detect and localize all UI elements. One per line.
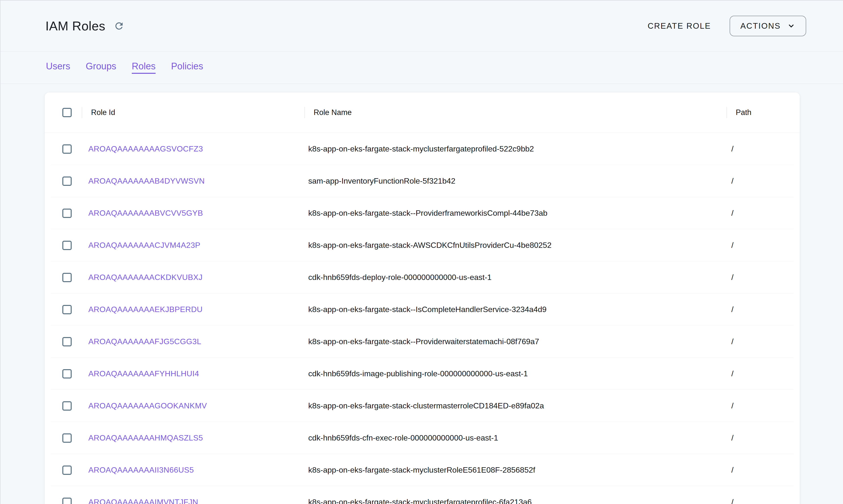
row-checkbox-cell: [45, 144, 82, 154]
role-path-text: /: [731, 498, 734, 504]
role-path-cell: /: [726, 177, 800, 185]
role-name-text: cdk-hnb659fds-cfn-exec-role-000000000000…: [308, 433, 498, 442]
row-checkbox-cell: [45, 177, 82, 186]
role-id-link[interactable]: AROAQAAAAAAACJVM4A23P: [88, 241, 201, 250]
table-row: AROAQAAAAAAAAGSVOCFZ3 k8s-app-on-eks-far…: [45, 133, 800, 165]
row-checkbox-cell: [45, 433, 82, 443]
role-path-cell: /: [726, 498, 800, 504]
column-header-path: Path: [726, 108, 800, 117]
tab-groups[interactable]: Groups: [86, 61, 116, 74]
role-path-cell: /: [726, 209, 800, 218]
row-checkbox[interactable]: [62, 498, 72, 504]
role-id-cell: AROAQAAAAAAAFJG5CGG3L: [82, 337, 304, 346]
role-name-cell: cdk-hnb659fds-cfn-exec-role-000000000000…: [304, 433, 726, 443]
row-checkbox[interactable]: [62, 369, 72, 378]
role-id-link[interactable]: AROAQAAAAAAAFJG5CGG3L: [88, 337, 201, 346]
role-name-text: k8s-app-on-eks-fargate-stack--Providerfr…: [308, 209, 548, 217]
role-path-text: /: [731, 466, 734, 474]
table-row: AROAQAAAAAAACJVM4A23P k8s-app-on-eks-far…: [45, 229, 800, 261]
role-name-cell: k8s-app-on-eks-fargate-stack--IsComplete…: [304, 305, 726, 314]
role-path-cell: /: [726, 273, 800, 282]
role-path-text: /: [731, 241, 734, 250]
role-id-cell: AROAQAAAAAAACJVM4A23P: [82, 241, 304, 250]
role-path-cell: /: [726, 144, 800, 154]
row-checkbox[interactable]: [62, 209, 72, 218]
role-path-text: /: [731, 433, 734, 442]
create-role-button[interactable]: CREATE ROLE: [645, 21, 713, 31]
role-name-cell: k8s-app-on-eks-fargate-stack-myclusterfa…: [304, 498, 726, 504]
row-checkbox[interactable]: [62, 241, 72, 250]
role-id-link[interactable]: AROAQAAAAAAAGOOKANKMV: [88, 401, 207, 410]
role-path-cell: /: [726, 401, 800, 410]
role-id-link[interactable]: AROAQAAAAAAACKDKVUBXJ: [88, 273, 203, 282]
role-path-text: /: [731, 177, 734, 185]
table-row: AROAQAAAAAAAB4DYVWSVN sam-app-InventoryF…: [45, 165, 800, 197]
table-row: AROAQAAAAAAAII3N66US5 k8s-app-on-eks-far…: [45, 454, 800, 486]
role-name-cell: cdk-hnb659fds-deploy-role-000000000000-u…: [304, 273, 726, 282]
row-checkbox-cell: [45, 466, 82, 475]
role-name-text: k8s-app-on-eks-fargate-stack-myclusterfa…: [308, 498, 532, 504]
row-checkbox[interactable]: [62, 177, 72, 186]
tab-roles[interactable]: Roles: [132, 61, 156, 74]
role-path-cell: /: [726, 466, 800, 474]
role-id-link[interactable]: AROAQAAAAAAAB4DYVWSVN: [88, 177, 205, 185]
role-path-text: /: [731, 337, 734, 346]
role-id-link[interactable]: AROAQAAAAAAAHMQASZLS5: [88, 433, 203, 442]
role-id-link[interactable]: AROAQAAAAAAAFYHHLHUI4: [88, 369, 199, 378]
table-row: AROAQAAAAAAAHMQASZLS5 cdk-hnb659fds-cfn-…: [45, 422, 800, 454]
row-checkbox-cell: [45, 241, 82, 250]
tab-users[interactable]: Users: [46, 61, 70, 74]
table-header-row: Role Id Role Name Path: [45, 92, 800, 133]
role-name-cell: k8s-app-on-eks-fargate-stack--Providerwa…: [304, 337, 726, 346]
role-id-cell: AROAQAAAAAAAII3N66US5: [82, 466, 304, 474]
role-name-cell: k8s-app-on-eks-fargate-stack--Providerfr…: [304, 209, 726, 218]
role-id-link[interactable]: AROAQAAAAAAAEKJBPERDU: [88, 305, 203, 314]
row-checkbox[interactable]: [62, 273, 72, 282]
role-id-cell: AROAQAAAAAAAHMQASZLS5: [82, 433, 304, 443]
row-checkbox-cell: [45, 209, 82, 218]
role-path-cell: /: [726, 433, 800, 443]
role-name-text: k8s-app-on-eks-fargate-stack-myclusterRo…: [308, 466, 535, 474]
role-path-cell: /: [726, 337, 800, 346]
actions-dropdown-label: ACTIONS: [740, 21, 781, 31]
role-id-link[interactable]: AROAQAAAAAAABVCVV5GYB: [88, 209, 203, 217]
role-id-link[interactable]: AROAQAAAAAAAII3N66US5: [88, 466, 194, 474]
row-checkbox-cell: [45, 401, 82, 411]
role-id-cell: AROAQAAAAAAAEKJBPERDU: [82, 305, 304, 314]
row-checkbox[interactable]: [62, 401, 72, 411]
role-path-text: /: [731, 144, 734, 153]
refresh-button[interactable]: [113, 20, 125, 32]
row-checkbox[interactable]: [62, 144, 72, 154]
role-name-cell: cdk-hnb659fds-image-publishing-role-0000…: [304, 369, 726, 378]
table-row: AROAQAAAAAAAIMVNTJFJN k8s-app-on-eks-far…: [45, 486, 800, 504]
role-name-cell: k8s-app-on-eks-fargate-stack-AWSCDKCfnUt…: [304, 241, 726, 250]
role-path-cell: /: [726, 369, 800, 378]
column-header-role-id: Role Id: [82, 108, 304, 117]
role-name-cell: k8s-app-on-eks-fargate-stack-clustermast…: [304, 401, 726, 410]
page-header: IAM Roles CREATE ROLE ACTIONS: [0, 0, 843, 51]
role-id-link[interactable]: AROAQAAAAAAAIMVNTJFJN: [88, 498, 198, 504]
actions-dropdown-button[interactable]: ACTIONS: [729, 16, 806, 36]
column-header-role-name: Role Name: [304, 108, 726, 117]
role-id-cell: AROAQAAAAAAABVCVV5GYB: [82, 209, 304, 218]
role-path-text: /: [731, 369, 734, 378]
row-checkbox[interactable]: [62, 466, 72, 475]
row-checkbox[interactable]: [62, 305, 72, 314]
role-id-cell: AROAQAAAAAAAAGSVOCFZ3: [82, 144, 304, 154]
role-id-link[interactable]: AROAQAAAAAAAAGSVOCFZ3: [88, 144, 203, 153]
role-name-text: k8s-app-on-eks-fargate-stack--IsComplete…: [308, 305, 547, 314]
select-all-checkbox[interactable]: [62, 108, 72, 117]
role-path-text: /: [731, 401, 734, 410]
row-checkbox-cell: [45, 337, 82, 346]
roles-table-card: Role Id Role Name Path AROAQAAAAAAAAGSVO…: [45, 92, 800, 504]
role-name-text: sam-app-InventoryFunctionRole-5f321b42: [308, 177, 455, 185]
role-id-cell: AROAQAAAAAAAB4DYVWSVN: [82, 177, 304, 185]
row-checkbox-cell: [45, 305, 82, 314]
tab-policies[interactable]: Policies: [171, 61, 203, 74]
row-checkbox[interactable]: [62, 337, 72, 346]
role-id-cell: AROAQAAAAAAAFYHHLHUI4: [82, 369, 304, 378]
table-row: AROAQAAAAAAACKDKVUBXJ cdk-hnb659fds-depl…: [45, 261, 800, 293]
header-actions: CREATE ROLE ACTIONS: [645, 16, 806, 36]
role-id-cell: AROAQAAAAAAAIMVNTJFJN: [82, 498, 304, 504]
row-checkbox[interactable]: [62, 433, 72, 443]
